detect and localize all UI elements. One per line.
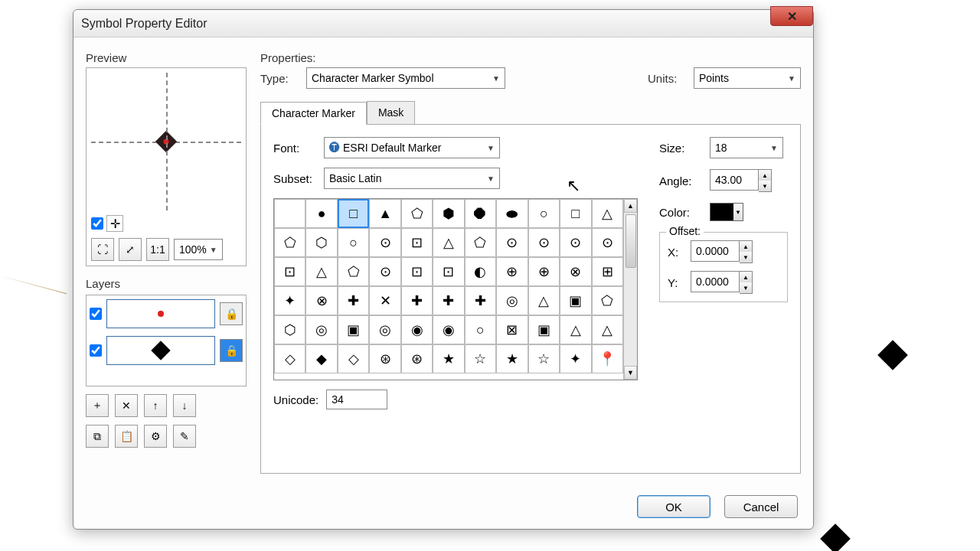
character-cell[interactable]: ☆ xyxy=(465,344,496,373)
character-cell[interactable]: ⬠ xyxy=(592,286,623,315)
character-cell[interactable]: ✦ xyxy=(274,286,305,315)
zoom-fit-button[interactable]: ⛶ xyxy=(91,238,114,261)
close-button[interactable]: ✕ xyxy=(770,6,813,26)
copy-layer-button[interactable]: ⧉ xyxy=(86,425,109,448)
layer-visible-checkbox[interactable] xyxy=(90,308,102,320)
character-cell[interactable]: ✚ xyxy=(338,286,369,315)
character-cell[interactable]: ⊗ xyxy=(305,286,337,315)
layer-row[interactable]: 🔒 xyxy=(87,332,246,369)
character-cell[interactable]: ⊙ xyxy=(369,257,400,286)
character-cell[interactable]: ◎ xyxy=(305,315,337,344)
spin-up-icon[interactable]: ▲ xyxy=(740,272,752,282)
scroll-thumb[interactable] xyxy=(626,214,636,268)
offset-y-input[interactable] xyxy=(691,271,740,292)
layer-visible-checkbox[interactable] xyxy=(90,344,102,357)
character-cell[interactable]: ⊡ xyxy=(433,257,464,286)
zoom-extent-button[interactable]: ⤢ xyxy=(119,238,142,261)
add-layer-button[interactable]: ＋ xyxy=(86,394,109,417)
character-cell[interactable]: ◉ xyxy=(401,315,433,344)
character-cell[interactable]: △ xyxy=(560,315,591,344)
zoom-combo[interactable]: 100% ▼ xyxy=(174,239,223,260)
character-cell[interactable]: ⊡ xyxy=(274,257,305,286)
character-cell[interactable]: ⬠ xyxy=(401,199,433,228)
character-cell[interactable]: ⬡ xyxy=(305,228,337,257)
scroll-down-button[interactable]: ▼ xyxy=(624,366,637,380)
spin-down-icon[interactable]: ▼ xyxy=(740,282,752,293)
color-picker[interactable]: ▼ xyxy=(710,203,743,221)
character-cell[interactable]: ⊙ xyxy=(528,228,560,257)
character-cell[interactable]: ✕ xyxy=(369,286,400,315)
character-cell[interactable]: ⊛ xyxy=(401,344,433,373)
move-down-button[interactable]: ↓ xyxy=(173,394,196,417)
character-cell[interactable]: ⊛ xyxy=(369,344,400,373)
character-cell[interactable]: □ xyxy=(560,199,591,228)
character-cell[interactable]: ◐ xyxy=(465,257,496,286)
character-cell[interactable]: ⊙ xyxy=(369,228,400,257)
paste-layer-button[interactable]: 📋 xyxy=(115,425,138,448)
character-cell[interactable]: ⬠ xyxy=(338,257,369,286)
ok-button[interactable]: OK xyxy=(637,495,710,518)
character-cell[interactable]: △ xyxy=(592,315,623,344)
character-cell[interactable]: ⊡ xyxy=(401,257,433,286)
offset-y-spinner[interactable]: ▲▼ xyxy=(691,271,753,294)
layer-thumbnail[interactable] xyxy=(106,336,215,365)
character-cell[interactable]: ⊡ xyxy=(401,228,433,257)
unicode-input[interactable] xyxy=(326,390,387,409)
character-cell[interactable]: ★ xyxy=(433,344,464,373)
tab-mask[interactable]: Mask xyxy=(367,101,415,124)
character-cell[interactable]: □ xyxy=(338,199,369,228)
character-cell[interactable]: ⊗ xyxy=(560,257,591,286)
character-cell[interactable]: ⬠ xyxy=(465,228,496,257)
angle-input[interactable] xyxy=(710,169,759,191)
character-cell[interactable]: ⊙ xyxy=(560,228,591,257)
character-cell[interactable]: ⬢ xyxy=(433,199,464,228)
preview-crosshair-checkbox[interactable] xyxy=(91,217,103,230)
spin-down-icon[interactable]: ▼ xyxy=(740,252,752,262)
character-cell[interactable]: ◇ xyxy=(274,344,305,373)
offset-x-input[interactable] xyxy=(691,240,740,262)
layer-properties-button[interactable]: ⚙ xyxy=(144,425,167,448)
character-cell[interactable]: ◉ xyxy=(433,315,464,344)
character-cell[interactable]: ◎ xyxy=(496,286,528,315)
character-cell[interactable]: ● xyxy=(305,199,337,228)
character-cell[interactable]: △ xyxy=(528,286,560,315)
character-cell[interactable]: ▲ xyxy=(369,199,400,228)
character-cell[interactable]: ⊙ xyxy=(496,228,528,257)
character-cell[interactable]: ▣ xyxy=(338,315,369,344)
spin-down-icon[interactable]: ▼ xyxy=(759,181,771,191)
character-cell[interactable]: ⊠ xyxy=(496,315,528,344)
zoom-actual-button[interactable]: 1:1 xyxy=(146,238,169,261)
cancel-button[interactable]: Cancel xyxy=(724,495,798,518)
layer-row[interactable]: 🔒 xyxy=(87,295,246,332)
angle-spinner[interactable]: ▲▼ xyxy=(710,169,772,192)
layer-lock-button[interactable]: 🔒 xyxy=(220,302,243,325)
character-cell[interactable]: ○ xyxy=(528,199,560,228)
character-cell[interactable]: ✚ xyxy=(465,286,496,315)
character-cell[interactable]: 📍 xyxy=(592,344,623,373)
character-cell[interactable]: ◆ xyxy=(305,344,337,373)
character-cell[interactable]: ☆ xyxy=(528,344,560,373)
character-cell[interactable]: ⊕ xyxy=(496,257,528,286)
character-cell[interactable]: ✦ xyxy=(560,344,591,373)
character-cell[interactable]: ◎ xyxy=(369,315,400,344)
font-select[interactable]: 🅣 ESRI Default Marker ▼ xyxy=(324,137,500,158)
spin-up-icon[interactable]: ▲ xyxy=(740,241,752,252)
character-cell[interactable]: ◇ xyxy=(338,344,369,373)
remove-layer-button[interactable]: ✕ xyxy=(115,394,138,417)
layer-extra-button[interactable]: ✎ xyxy=(173,425,196,448)
units-select[interactable]: Points ▼ xyxy=(694,67,801,89)
crosshair-icon[interactable]: ✛ xyxy=(106,215,123,232)
character-cell[interactable] xyxy=(274,199,305,228)
character-cell[interactable]: ⬬ xyxy=(496,199,528,228)
move-up-button[interactable]: ↑ xyxy=(144,394,167,417)
type-select[interactable]: Character Marker Symbol ▼ xyxy=(306,67,505,89)
character-cell[interactable]: ⬠ xyxy=(274,228,305,257)
size-select[interactable]: 18 ▼ xyxy=(710,137,783,158)
character-cell[interactable]: ✚ xyxy=(401,286,433,315)
subset-select[interactable]: Basic Latin ▼ xyxy=(324,168,500,189)
character-cell[interactable]: △ xyxy=(433,228,464,257)
tab-character-marker[interactable]: Character Marker xyxy=(260,102,367,125)
character-cell[interactable]: △ xyxy=(592,199,623,228)
character-cell[interactable]: ○ xyxy=(338,228,369,257)
character-cell[interactable]: ▣ xyxy=(560,286,591,315)
